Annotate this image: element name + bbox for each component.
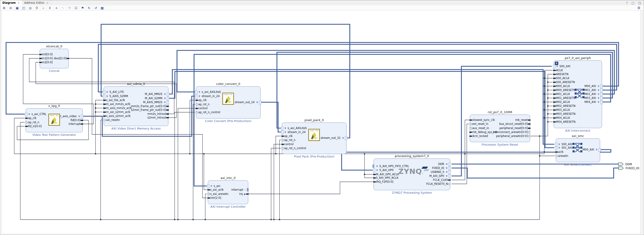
port-In2[0:0][interactable]: In2[0:0] xyxy=(42,61,52,64)
expand-port-icon[interactable]: + xyxy=(446,174,448,178)
expand-port-icon[interactable]: + xyxy=(556,65,558,68)
port-stream_in_24[interactable]: +stream_in_24 xyxy=(198,94,220,98)
pin-stub[interactable] xyxy=(469,132,472,133)
active-low-icon[interactable] xyxy=(208,193,210,195)
port-M00_ACLK[interactable]: M00_ACLK xyxy=(556,84,570,88)
port-mm2s_introut[interactable]: mm2s_introut xyxy=(147,112,166,116)
pin-stub[interactable] xyxy=(553,90,556,91)
port-ap_clk[interactable]: ap_clk xyxy=(28,116,36,120)
expand-port-icon[interactable]: + xyxy=(164,101,166,104)
pin-stub[interactable] xyxy=(166,117,169,118)
pin-stub[interactable] xyxy=(553,74,556,75)
port-S01_AXI[interactable]: +S01_AXI xyxy=(558,146,572,150)
block-axi_vdma_0[interactable]: axi_vdma_0+S_AXI_LITE+S_AXIS_S2MMs_axi_l… xyxy=(104,86,168,126)
port-stream_in_24[interactable]: +stream_in_24 xyxy=(284,130,306,134)
pin-stub[interactable] xyxy=(25,118,28,119)
port-USBIND_0[interactable]: USBIND_0+ xyxy=(431,170,448,174)
zoom-fit-icon[interactable]: ▣ xyxy=(14,6,20,10)
wire-signal[interactable] xyxy=(204,154,207,190)
expand-port-icon[interactable]: + xyxy=(597,100,600,104)
block-axi_smc[interactable]: axi_smc+S00_AXI+S01_AXIaclkaresetnM00_AX… xyxy=(556,138,600,162)
pin-stub[interactable] xyxy=(166,106,169,107)
block-color_convert_0[interactable]: color_convert_0+s_axi_AXILiteS+stream_in… xyxy=(196,86,260,119)
wire-signal[interactable] xyxy=(178,108,195,220)
interface-connector-icon[interactable] xyxy=(555,146,557,150)
expand-port-icon[interactable]: + xyxy=(596,148,598,151)
interface-connector-icon[interactable] xyxy=(600,97,603,100)
wire-bus[interactable] xyxy=(452,168,619,178)
pin-stub[interactable] xyxy=(469,136,472,137)
block-pixel_pack_0[interactable]: pixel_pack_0+s_axi_AXILiteS+stream_in_24… xyxy=(282,123,346,154)
pin-stub[interactable] xyxy=(166,113,169,115)
port-M02_ARESETN[interactable]: M02_ARESETN xyxy=(556,104,576,108)
port-ARESETN[interactable]: ARESETN xyxy=(556,73,568,76)
pin-stub[interactable] xyxy=(39,62,42,63)
pin-stub[interactable] xyxy=(80,123,83,125)
port-bus_struct_reset[0:0][interactable]: bus_struct_reset[0:0] xyxy=(499,122,528,126)
pin-stub[interactable] xyxy=(39,58,42,59)
port-s_axi[interactable]: +s_axi xyxy=(210,184,220,188)
pin-stub[interactable] xyxy=(196,108,198,109)
port-peripheral_reset[0:0][interactable]: peripheral_reset[0:0] xyxy=(500,126,528,130)
port-fid_in[0:0][interactable]: fid_in[0:0] xyxy=(28,125,42,128)
float-icon[interactable]: ◳ xyxy=(638,1,641,5)
pin-stub[interactable] xyxy=(553,94,556,95)
expand-port-icon[interactable]: + xyxy=(446,166,448,170)
expand-port-icon[interactable]: + xyxy=(376,169,378,172)
pin-stub[interactable] xyxy=(103,100,106,101)
interface-connector-icon[interactable] xyxy=(448,175,451,178)
interface-connector-icon[interactable] xyxy=(167,93,169,96)
port-ext_reset_in[interactable]: ext_reset_in xyxy=(472,122,488,126)
port-s_axis_s2mm_aclk[interactable]: s_axis_s2mm_aclk xyxy=(106,114,130,118)
tab-diagram[interactable]: Diagram × xyxy=(0,0,22,5)
port-s2mm_introut[interactable]: s2mm_introut xyxy=(147,116,166,119)
port-S_AXI_HP0_ACLK[interactable]: S_AXI_HP0_ACLK xyxy=(376,176,398,180)
interface-connector-icon[interactable] xyxy=(281,127,284,130)
regenerate-layout-icon[interactable]: ↺ xyxy=(92,6,99,10)
port-S_AXI_LITE[interactable]: +S_AXI_LITE xyxy=(106,90,124,94)
expand-port-icon[interactable]: + xyxy=(342,136,344,140)
pin-stub[interactable] xyxy=(373,181,376,183)
port-M_AXI_MM2S[interactable]: M_AXI_MM2S+ xyxy=(145,92,166,96)
port-M02_ACLK[interactable]: M02_ACLK xyxy=(556,100,570,104)
active-low-icon[interactable] xyxy=(470,123,472,125)
interface-connector-icon[interactable] xyxy=(448,171,451,174)
pin-stub[interactable] xyxy=(553,101,556,103)
pin-stub[interactable] xyxy=(166,109,169,111)
port-s_axi_AXILiteS[interactable]: +s_axi_AXILiteS xyxy=(284,126,307,130)
zoom-out-icon[interactable]: ⊖ xyxy=(8,6,14,10)
port-ap_rst_n[interactable]: ap_rst_n xyxy=(198,103,210,106)
port-M03_ARESETN[interactable]: M03_ARESETN xyxy=(556,112,576,116)
port-ap_clk[interactable]: ap_clk xyxy=(198,98,207,102)
interface-connector-icon[interactable] xyxy=(167,97,169,100)
pin-stub[interactable] xyxy=(528,123,530,125)
interface-bars-icon[interactable] xyxy=(247,188,249,191)
expand-port-icon[interactable]: + xyxy=(106,94,108,98)
block-rst_ps7_0_100M[interactable]: rst_ps7_0_100Mslowest_sync_clkext_reset_… xyxy=(470,115,530,142)
interface-connector-icon[interactable] xyxy=(553,65,555,68)
pin-stub[interactable] xyxy=(469,119,472,121)
expand-port-icon[interactable]: + xyxy=(106,90,108,94)
wire-signal[interactable] xyxy=(280,140,281,220)
expand-port-icon[interactable]: + xyxy=(597,84,600,88)
port-control[interactable]: control xyxy=(284,143,294,146)
expand-port-icon[interactable]: + xyxy=(446,162,448,166)
port-In1[0:0][interactable]: In1[0:0] xyxy=(42,57,52,60)
port-M01_ARESETN[interactable]: M01_ARESETN xyxy=(556,96,576,100)
fit-selection-icon[interactable]: ◎ xyxy=(27,6,34,10)
block-v_tpg_0[interactable]: v_tpg_0+s_axi_CTRLap_clkap_rst_nfid_in[0… xyxy=(26,108,83,132)
settings-gear-icon[interactable]: ⚙ xyxy=(638,6,640,10)
port-M01_AXI[interactable]: M01_AXI+ xyxy=(584,88,600,92)
pin-stub[interactable] xyxy=(553,121,556,123)
active-low-icon[interactable] xyxy=(448,183,450,185)
port-M04_AXI[interactable]: M04_AXI+ xyxy=(584,100,600,104)
interface-connector-icon[interactable] xyxy=(25,113,27,116)
pin-stub[interactable] xyxy=(553,82,556,83)
expand-port-icon[interactable]: + xyxy=(164,97,166,100)
help-icon[interactable]: ? xyxy=(626,1,628,5)
port-FIXED_IO[interactable]: FIXED_IO+ xyxy=(432,166,448,170)
expand-port-icon[interactable]: + xyxy=(78,115,80,118)
pin-stub[interactable] xyxy=(553,70,556,71)
port-fid[0:0][interactable]: fid[0:0] xyxy=(70,119,80,122)
pin-stub[interactable] xyxy=(373,177,376,179)
